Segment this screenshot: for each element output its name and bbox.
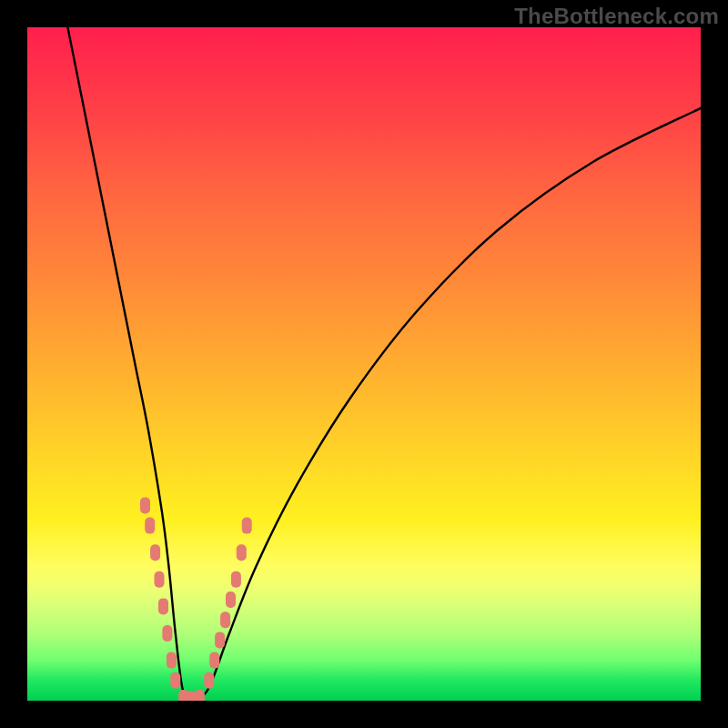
curve-layer: [27, 27, 701, 701]
marker-dot: [155, 571, 165, 588]
watermark-text: TheBottleneck.com: [514, 4, 719, 29]
marker-dot: [140, 497, 150, 513]
marker-dot: [237, 544, 247, 561]
curve-markers: [140, 497, 252, 701]
marker-dot: [209, 652, 219, 669]
marker-dot: [195, 690, 205, 701]
marker-dot: [242, 518, 252, 534]
plot-area: [27, 27, 701, 701]
marker-dot: [158, 598, 168, 614]
marker-dot: [215, 632, 225, 648]
marker-dot: [220, 612, 230, 628]
marker-dot: [167, 652, 177, 669]
marker-dot: [170, 672, 180, 689]
marker-dot: [150, 544, 160, 561]
marker-dot: [231, 571, 241, 588]
marker-dot: [226, 592, 236, 608]
marker-dot: [162, 625, 172, 642]
marker-dot: [145, 518, 155, 534]
marker-dot: [204, 672, 214, 689]
chart-frame: TheBottleneck.com: [0, 0, 728, 728]
